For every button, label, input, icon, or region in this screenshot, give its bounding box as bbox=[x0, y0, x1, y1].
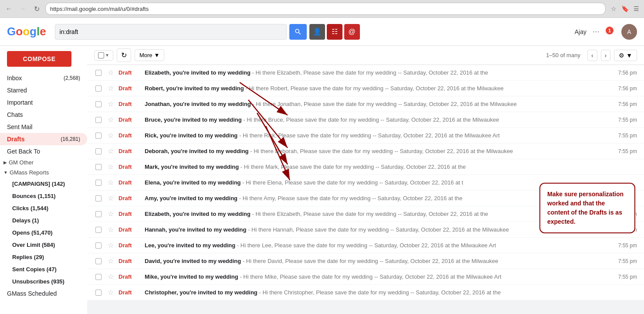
sidebar-item-bounces[interactable]: Bounces (1,151) bbox=[0, 190, 87, 202]
checkbox-3 bbox=[95, 117, 102, 123]
forward-button[interactable]: → bbox=[17, 3, 28, 14]
star-icon[interactable]: ☆ bbox=[609, 4, 618, 13]
email-checkbox-4[interactable] bbox=[94, 131, 103, 140]
menu-icon[interactable]: ☰ bbox=[632, 4, 641, 13]
inbox-count: (2,568) bbox=[64, 75, 80, 81]
url-bar[interactable] bbox=[50, 6, 601, 12]
prev-page-button[interactable]: ‹ bbox=[587, 50, 597, 61]
star-3[interactable]: ☆ bbox=[106, 116, 115, 124]
sidebar-item-gmassscheduled[interactable]: GMass Scheduled bbox=[0, 287, 87, 300]
email-checkbox-3[interactable] bbox=[94, 116, 103, 124]
email-row[interactable]: ☆ Draft Amy, you're invited to my weddin… bbox=[87, 191, 644, 206]
people-search-button[interactable]: 👤 bbox=[309, 24, 325, 40]
sidebar-item-drafts[interactable]: Drafts (16,281) bbox=[0, 133, 87, 145]
email-row[interactable]: ☆ Draft Robert, you're invited to my wed… bbox=[87, 81, 644, 96]
search-input[interactable] bbox=[60, 28, 282, 35]
email-checkbox-2[interactable] bbox=[94, 100, 103, 109]
sidebar-section-gmOther[interactable]: ▶ GM Other bbox=[0, 157, 87, 167]
email-checkbox-9[interactable] bbox=[94, 210, 103, 218]
sidebar-item-chats[interactable]: Chats bbox=[0, 109, 87, 121]
subject-preview-2: Hi there Jonathan, Please save the date … bbox=[256, 101, 517, 107]
email-row[interactable]: ☆ Draft Hannah, you're invited to my wed… bbox=[87, 222, 644, 238]
apps-grid-icon[interactable]: ⋯ bbox=[592, 27, 600, 36]
email-checkbox-12[interactable] bbox=[94, 257, 103, 266]
sidebar-item-important[interactable]: Important bbox=[0, 96, 87, 109]
subject-preview-14: Hi there Christopher, Please save the da… bbox=[262, 289, 501, 296]
reload-button[interactable]: ↻ bbox=[31, 3, 42, 14]
next-page-button[interactable]: › bbox=[601, 50, 611, 61]
sidebar-item-inbox[interactable]: Inbox (2,568) bbox=[0, 72, 87, 84]
settings-button[interactable]: ⚙ ▼ bbox=[614, 50, 637, 61]
search-bar: 👤 ☷ @ bbox=[55, 24, 360, 40]
more-button[interactable]: More ▼ bbox=[135, 49, 165, 61]
back-button[interactable]: ← bbox=[3, 3, 14, 14]
email-row[interactable]: ☆ Draft Deborah, you're invited to my we… bbox=[87, 143, 644, 159]
sidebar-item-replies[interactable]: Replies (29) bbox=[0, 251, 87, 263]
sidebar-item-sentcopies[interactable]: Sent Copies (47) bbox=[0, 263, 87, 275]
star-6[interactable]: ☆ bbox=[106, 163, 115, 171]
email-checkbox-13[interactable] bbox=[94, 273, 103, 281]
email-row[interactable]: ☆ Draft Elena, you're invited to my wedd… bbox=[87, 175, 644, 191]
notification-badge[interactable]: 1 bbox=[606, 27, 616, 37]
draft-label-12: Draft bbox=[119, 258, 145, 264]
sidebar-item-starred[interactable]: Starred bbox=[0, 84, 87, 96]
email-row[interactable]: ☆ Draft Lee, you're invited to my weddin… bbox=[87, 238, 644, 253]
compose-button[interactable]: COMPOSE bbox=[7, 51, 71, 67]
sidebar-item-overlimit[interactable]: Over Limit (584) bbox=[0, 239, 87, 251]
avatar[interactable]: A bbox=[621, 24, 637, 40]
refresh-button[interactable]: ↻ bbox=[117, 48, 131, 62]
email-checkbox-1[interactable] bbox=[94, 84, 103, 93]
subject-preview-1: Hi there Robert, Please save the date fo… bbox=[249, 85, 503, 92]
draft-label-8: Draft bbox=[119, 195, 145, 201]
star-13[interactable]: ☆ bbox=[106, 273, 115, 281]
email-row[interactable]: ☆ Draft Elizabeth, you're invited to my … bbox=[87, 65, 644, 81]
star-7[interactable]: ☆ bbox=[106, 178, 115, 187]
search-extra-buttons: 👤 ☷ @ bbox=[309, 24, 360, 40]
star-0[interactable]: ☆ bbox=[106, 68, 115, 77]
browser-chrome: ← → ↻ ☆ 🔖 ☰ bbox=[0, 0, 644, 18]
email-checkbox-7[interactable] bbox=[94, 178, 103, 187]
subject-name-0: Elizabeth, you're invited to my wedding bbox=[145, 69, 251, 76]
star-14[interactable]: ☆ bbox=[106, 288, 115, 297]
at-search-button[interactable]: @ bbox=[344, 24, 360, 40]
email-checkbox-6[interactable] bbox=[94, 163, 103, 171]
url-bar-container bbox=[45, 3, 606, 15]
star-2[interactable]: ☆ bbox=[106, 100, 115, 109]
star-4[interactable]: ☆ bbox=[106, 131, 115, 140]
star-12[interactable]: ☆ bbox=[106, 257, 115, 266]
email-row[interactable]: ☆ Draft Bruce, you're invited to my wedd… bbox=[87, 112, 644, 128]
email-row[interactable]: ☆ Draft David, you're invited to my wedd… bbox=[87, 253, 644, 269]
bookmark-icon[interactable]: 🔖 bbox=[620, 4, 629, 13]
email-checkbox-5[interactable] bbox=[94, 147, 103, 156]
email-row[interactable]: ☆ Draft Mike, you're invited to my weddi… bbox=[87, 269, 644, 285]
star-9[interactable]: ☆ bbox=[106, 210, 115, 218]
star-8[interactable]: ☆ bbox=[106, 194, 115, 203]
email-checkbox-0[interactable] bbox=[94, 68, 103, 77]
email-row[interactable]: ☆ Draft Elizabeth, you're invited to my … bbox=[87, 206, 644, 222]
email-row[interactable]: ☆ Draft Rick, you're invited to my weddi… bbox=[87, 128, 644, 143]
email-row[interactable]: ☆ Draft Mark, you're invited to my weddi… bbox=[87, 159, 644, 175]
email-checkbox-11[interactable] bbox=[94, 241, 103, 250]
select-checkbox[interactable]: ▼ bbox=[94, 50, 113, 61]
star-5[interactable]: ☆ bbox=[106, 147, 115, 156]
star-10[interactable]: ☆ bbox=[106, 225, 115, 234]
email-checkbox-8[interactable] bbox=[94, 194, 103, 203]
star-1[interactable]: ☆ bbox=[106, 84, 115, 93]
sidebar-section-gmassReports[interactable]: ▼ GMass Reports bbox=[0, 167, 87, 177]
email-checkbox-14[interactable] bbox=[94, 288, 103, 297]
sidebar-item-campaigns[interactable]: [CAMPAIGNS] (142) bbox=[0, 177, 87, 190]
sidebar-item-clicks[interactable]: Clicks (1,544) bbox=[0, 202, 87, 214]
sidebar-item-unsubscribes[interactable]: Unsubscribes (935) bbox=[0, 275, 87, 287]
checkbox-1 bbox=[95, 85, 102, 92]
grid-search-button[interactable]: ☷ bbox=[327, 24, 342, 40]
sidebar-item-sent[interactable]: Sent Mail bbox=[0, 121, 87, 133]
email-checkbox-10[interactable] bbox=[94, 225, 103, 234]
drafts-label: Drafts bbox=[7, 136, 61, 143]
email-row[interactable]: ☆ Draft Christopher, you're invited to m… bbox=[87, 285, 644, 300]
email-row[interactable]: ☆ Draft Jonathan, you're invited to my w… bbox=[87, 96, 644, 112]
sidebar-item-opens[interactable]: Opens (51,470) bbox=[0, 226, 87, 239]
sidebar-item-getbackto[interactable]: Get Back To bbox=[0, 145, 87, 157]
search-button[interactable] bbox=[289, 24, 307, 40]
star-11[interactable]: ☆ bbox=[106, 241, 115, 250]
sidebar-item-delays[interactable]: Delays (1) bbox=[0, 214, 87, 226]
